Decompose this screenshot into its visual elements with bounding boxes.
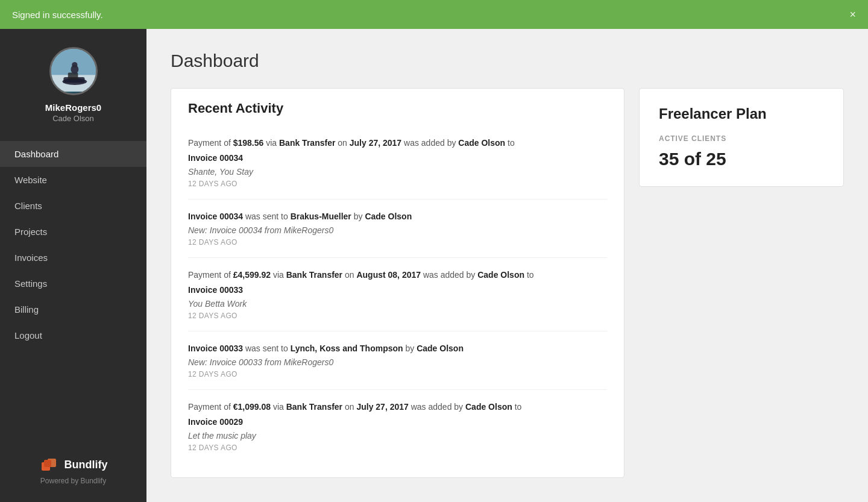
activity-date: August 08, 2017	[356, 270, 421, 280]
plan-card: Freelancer Plan ACTIVE CLIENTS 35 of 25	[639, 88, 844, 187]
activity-text: Payment of £4,599.92 via Bank Transfer o…	[188, 269, 607, 281]
svg-point-7	[72, 62, 77, 67]
activity-text: Payment of €1,099.08 via Bank Transfer o…	[188, 401, 607, 413]
activity-text: Invoice 00033 was sent to Lynch, Koss an…	[188, 342, 607, 355]
activity-text: Invoice 00034 was sent to Brakus-Mueller…	[188, 210, 607, 223]
activity-project: New: Invoice 00034 from MikeRogers0	[188, 225, 607, 235]
sidebar-item-invoices[interactable]: Invoices	[0, 245, 146, 271]
activity-user: Cade Olson	[417, 344, 464, 353]
brand-name: Bundlify	[64, 459, 108, 471]
svg-rect-10	[44, 460, 51, 467]
toast-notification: Signed in successfully. ×	[0, 0, 868, 29]
activity-user: Cade Olson	[365, 212, 412, 221]
activity-client: Lynch, Koss and Thompson	[291, 344, 403, 353]
activity-date: July 27, 2017	[350, 138, 401, 148]
sidebar-item-logout[interactable]: Logout	[0, 322, 146, 348]
activity-user: Cade Olson	[465, 402, 512, 412]
activity-invoice: Invoice 00034	[188, 212, 243, 221]
activity-project: New: Invoice 00033 from MikeRogers0	[188, 357, 607, 367]
activity-amount: $198.56	[233, 138, 264, 148]
sidebar: MikeRogers0 Cade Olson Dashboard Website…	[0, 29, 146, 502]
activity-invoice-link: Invoice 00034	[188, 152, 607, 165]
sidebar-item-projects[interactable]: Projects	[0, 219, 146, 245]
powered-by: Powered by Bundlify	[40, 477, 106, 485]
avatar	[49, 47, 98, 95]
activity-user: Cade Olson	[477, 270, 524, 280]
activity-invoice-link: Invoice 00029	[188, 416, 607, 428]
plan-name: Freelancer Plan	[659, 105, 824, 122]
activity-time: 12 DAYS AGO	[188, 312, 607, 320]
main-content: Dashboard Recent Activity Payment of $19…	[146, 29, 868, 502]
activity-item: Payment of $198.56 via Bank Transfer on …	[188, 126, 607, 199]
activity-time: 12 DAYS AGO	[188, 444, 607, 452]
activity-method: Bank Transfer	[286, 270, 342, 280]
activity-item: Invoice 00033 was sent to Lynch, Koss an…	[188, 331, 607, 389]
activity-item: Payment of €1,099.08 via Bank Transfer o…	[188, 389, 607, 463]
sidebar-item-clients[interactable]: Clients	[0, 193, 146, 219]
bundlify-icon	[39, 455, 58, 474]
sidebar-nav: Dashboard Website Clients Projects Invoi…	[0, 141, 146, 443]
activity-project: Let the music play	[188, 431, 607, 441]
activity-invoice-link: Invoice 00033	[188, 284, 607, 296]
activity-method: Bank Transfer	[286, 402, 342, 412]
active-clients-value: 35 of 25	[659, 149, 824, 169]
sidebar-item-dashboard[interactable]: Dashboard	[0, 141, 146, 167]
activity-date: July 27, 2017	[356, 402, 408, 412]
sidebar-item-billing[interactable]: Billing	[0, 296, 146, 322]
sidebar-item-settings[interactable]: Settings	[0, 271, 146, 296]
recent-activity-title: Recent Activity	[188, 101, 607, 116]
sidebar-footer: Bundlify Powered by Bundlify	[0, 443, 146, 502]
brand-row: Bundlify	[39, 455, 108, 474]
activity-time: 12 DAYS AGO	[188, 180, 607, 188]
activity-user: Cade Olson	[458, 138, 505, 148]
content-grid: Recent Activity Payment of $198.56 via B…	[171, 88, 844, 478]
toast-close-button[interactable]: ×	[849, 9, 856, 20]
active-clients-label: ACTIVE CLIENTS	[659, 134, 824, 143]
activity-item: Payment of £4,599.92 via Bank Transfer o…	[188, 257, 607, 331]
activity-method: Bank Transfer	[279, 138, 335, 148]
toast-message: Signed in successfully.	[12, 10, 103, 20]
user-real-name: Cade Olson	[52, 114, 94, 123]
avatar-image	[51, 47, 96, 93]
activity-item: Invoice 00034 was sent to Brakus-Mueller…	[188, 199, 607, 257]
recent-activity-header: Recent Activity	[171, 89, 624, 126]
activity-time: 12 DAYS AGO	[188, 370, 607, 378]
activity-time: 12 DAYS AGO	[188, 238, 607, 246]
recent-activity-card: Recent Activity Payment of $198.56 via B…	[171, 88, 624, 478]
activity-project: Shante, You Stay	[188, 167, 607, 177]
activity-client: Brakus-Mueller	[291, 212, 351, 221]
page-title: Dashboard	[171, 51, 844, 71]
username: MikeRogers0	[45, 102, 101, 113]
activity-amount: €1,099.08	[233, 402, 271, 412]
activity-list: Payment of $198.56 via Bank Transfer on …	[171, 126, 624, 477]
activity-invoice: Invoice 00033	[188, 344, 243, 353]
svg-rect-5	[68, 73, 78, 80]
activity-project: You Betta Work	[188, 299, 607, 309]
activity-amount: £4,599.92	[233, 270, 271, 280]
activity-text: Payment of $198.56 via Bank Transfer on …	[188, 137, 607, 149]
sidebar-profile: MikeRogers0 Cade Olson	[0, 29, 146, 135]
sidebar-item-website[interactable]: Website	[0, 167, 146, 193]
